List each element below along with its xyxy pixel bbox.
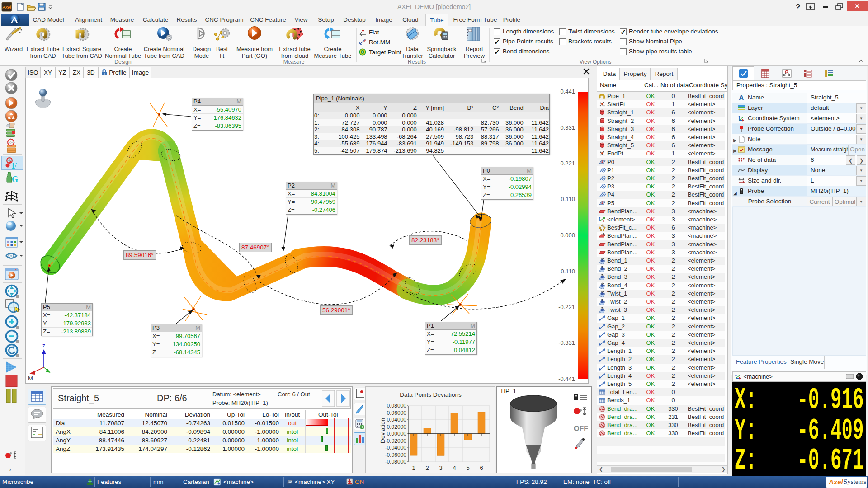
svg-text:2: 2 <box>425 465 429 471</box>
svg-text:-0.02000: -0.02000 <box>385 438 407 444</box>
svg-text:0.08000: 0.08000 <box>387 403 407 409</box>
svg-text:0.00000: 0.00000 <box>387 431 407 437</box>
svg-text:1: 1 <box>412 465 415 471</box>
svg-text:F: F <box>12 161 17 169</box>
svg-text:-0.08000: -0.08000 <box>385 459 407 465</box>
svg-text:-0.06000: -0.06000 <box>385 452 407 458</box>
svg-text:6: 6 <box>480 465 483 471</box>
svg-text:0.02000: 0.02000 <box>387 424 407 430</box>
svg-text:?: ? <box>796 3 800 11</box>
svg-text:4: 4 <box>453 465 456 471</box>
svg-text:G: G <box>12 175 18 183</box>
svg-text:z: z <box>42 343 45 349</box>
svg-text:-0.04000: -0.04000 <box>385 445 407 451</box>
svg-text:3: 3 <box>439 465 442 471</box>
svg-text:0.06000: 0.06000 <box>387 410 407 416</box>
svg-text:OFF: OFF <box>574 425 588 432</box>
svg-text:0.04000: 0.04000 <box>387 417 407 423</box>
svg-text:5: 5 <box>466 465 469 471</box>
svg-text:M: M <box>28 375 33 382</box>
svg-text:A: A <box>739 94 744 101</box>
